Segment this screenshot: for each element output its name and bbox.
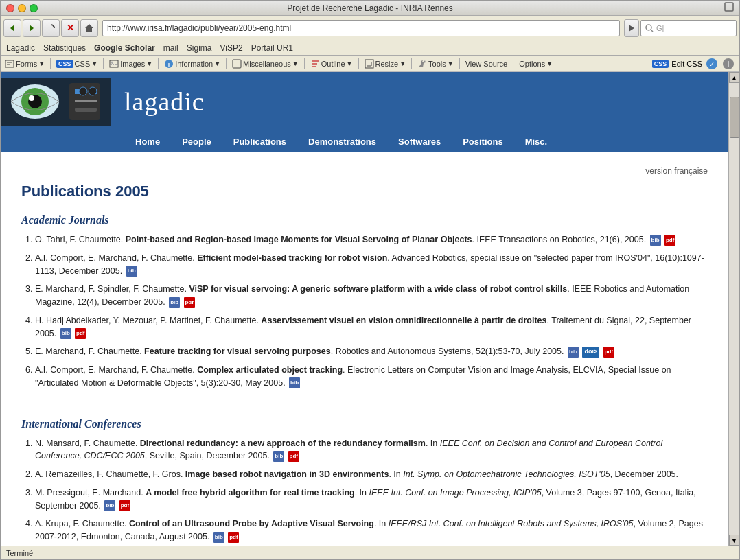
ext-resize[interactable]: Resize ▼ [365, 59, 406, 69]
svg-text:✓: ✓ [709, 60, 715, 68]
bib-icon[interactable]: bib [650, 235, 661, 246]
list-item: M. Pressigout, E. Marchand. A model free… [35, 487, 708, 513]
nav-people[interactable]: People [171, 134, 222, 150]
info-icon: i [164, 59, 174, 69]
academic-journals-list: O. Tahri, F. Chaumette. Point-based and … [21, 233, 708, 390]
nav-home[interactable]: Home [124, 134, 171, 150]
stop-button[interactable]: ✕ [61, 19, 79, 37]
ext-view-source[interactable]: View Source [465, 60, 508, 68]
pdf-icon[interactable]: pdf [288, 451, 299, 462]
svg-point-28 [29, 95, 34, 101]
site-name: lagadic [111, 86, 205, 117]
svg-point-6 [646, 25, 651, 30]
pdf-icon[interactable]: pdf [603, 347, 614, 358]
scroll-thumb[interactable] [730, 97, 739, 138]
version-text[interactable]: version française [645, 166, 708, 176]
bookmark-sigima[interactable]: Sigima [187, 43, 212, 53]
bib-icon[interactable]: bib [169, 297, 180, 308]
svg-rect-11 [110, 60, 118, 67]
ext-tools[interactable]: Tools ▼ [417, 59, 454, 69]
bib-icon[interactable]: bib [213, 532, 224, 543]
section-divider [21, 404, 159, 404]
ext-information[interactable]: i Information ▼ [164, 59, 220, 69]
bookmark-mail[interactable]: mail [163, 43, 178, 53]
edit-css-link[interactable]: Edit CSS [671, 60, 702, 68]
misc-icon [232, 59, 242, 69]
page-content: lagadic Home People Publications Demonst… [1, 72, 728, 546]
forward-button[interactable] [23, 19, 41, 37]
ext-right: CSS Edit CSS ✓ i [652, 57, 735, 71]
pub-title: Feature tracking for visual servoing pur… [144, 347, 331, 356]
svg-rect-33 [75, 108, 97, 112]
nav-positions[interactable]: Positions [452, 134, 514, 150]
list-item: H. Hadj Abdelkader, Y. Mezouar, P. Marti… [35, 314, 708, 340]
ext-forms[interactable]: Forms ▼ [5, 59, 45, 69]
resize-icon[interactable] [724, 2, 734, 14]
svg-rect-15 [233, 60, 241, 68]
pub-title: Directional redundancy: a new approach o… [140, 439, 426, 448]
svg-text:i: i [168, 61, 170, 68]
bib-icon[interactable]: bib [104, 500, 115, 511]
svg-marker-5 [629, 25, 634, 32]
window-controls[interactable] [6, 4, 38, 12]
nav-misc[interactable]: Misc. [514, 134, 559, 150]
bib-icon[interactable]: bib [126, 266, 137, 277]
minimize-button[interactable] [18, 4, 26, 12]
nav-softwares[interactable]: Softwares [387, 134, 452, 150]
pdf-icon[interactable]: pdf [119, 500, 130, 511]
site-nav: Home People Publications Demonstrations … [1, 131, 728, 152]
list-item: N. Mansard, F. Chaumette. Directional re… [35, 437, 708, 463]
pub-title: Efficient model-based tracking for robot… [197, 253, 387, 263]
go-button[interactable] [624, 19, 639, 37]
bib-icon[interactable]: bib [289, 377, 300, 388]
search-placeholder: G| [656, 24, 664, 32]
pub-authors: N. Mansard, F. Chaumette. [35, 439, 140, 448]
pub-authors: H. Hadj Abdelkader, Y. Mezouar, P. Marti… [35, 316, 261, 325]
ext-outline[interactable]: Outline ▼ [310, 59, 353, 69]
search-icon [645, 24, 654, 32]
ext-options[interactable]: Options ▼ [519, 60, 553, 68]
bib-icon[interactable]: bib [568, 347, 579, 358]
url-bar[interactable]: http://www.irisa.fr/lagadic/publi/year/2… [102, 20, 620, 36]
bookmark-lagadic[interactable]: Lagadic [6, 43, 35, 53]
url-text: http://www.irisa.fr/lagadic/publi/year/2… [107, 23, 291, 33]
scroll-down-button[interactable]: ▼ [729, 535, 740, 546]
list-item: O. Tahri, F. Chaumette. Point-based and … [35, 233, 708, 246]
pdf-icon[interactable]: pdf [75, 328, 86, 339]
maximize-button[interactable] [30, 4, 38, 12]
back-button[interactable] [3, 19, 21, 37]
pub-title: Image based robot navigation in 3D envir… [185, 469, 389, 479]
home-button[interactable] [80, 19, 98, 37]
pdf-icon[interactable]: pdf [184, 297, 195, 308]
ext-css[interactable]: CSS CSS ▼ [56, 60, 97, 68]
resize-arrow: ▼ [400, 60, 406, 67]
nav-publications[interactable]: Publications [222, 134, 297, 150]
main-content: version française Publications 2005 Acad… [1, 152, 728, 546]
title-bar: Projet de Recherche Lagadic - INRIA Renn… [1, 1, 739, 16]
bookmark-visp2[interactable]: ViSP2 [220, 43, 242, 53]
pub-authors: A.I. Comport, E. Marchand, F. Chaumette. [35, 365, 197, 375]
bookmark-portail-ur1[interactable]: Portail UR1 [251, 43, 293, 53]
search-input[interactable]: G| [640, 20, 737, 36]
bookmark-statistiques[interactable]: Statistiques [43, 43, 86, 53]
site-logo [1, 78, 111, 126]
options-arrow: ▼ [546, 60, 553, 67]
pdf-icon[interactable]: pdf [664, 235, 675, 246]
nav-demonstrations[interactable]: Demonstrations [297, 134, 387, 150]
info-arrow: ▼ [214, 60, 220, 67]
reload-button[interactable] [42, 19, 60, 37]
status-bar: Terminé [1, 546, 739, 559]
pub-authors: E. Marchand, F. Chaumette. [35, 347, 144, 356]
scroll-up-button[interactable]: ▲ [729, 72, 740, 83]
pub-rest: . In Int. Symp. on Optomechatronic Techn… [389, 469, 678, 479]
bookmark-google-scholar[interactable]: Google Scholar [94, 43, 155, 53]
bib-icon[interactable]: bib [60, 328, 71, 339]
pdf-icon[interactable]: pdf [228, 532, 239, 543]
scrollbar[interactable]: ▲ ▼ [728, 72, 739, 546]
scroll-track[interactable] [729, 83, 739, 535]
bib-icon[interactable]: bib [273, 451, 284, 462]
close-button[interactable] [6, 4, 14, 12]
ext-images[interactable]: Images ▼ [109, 59, 152, 69]
doi-icon[interactable]: doi> [582, 347, 599, 358]
ext-miscellaneous[interactable]: Miscellaneous ▼ [232, 59, 299, 69]
